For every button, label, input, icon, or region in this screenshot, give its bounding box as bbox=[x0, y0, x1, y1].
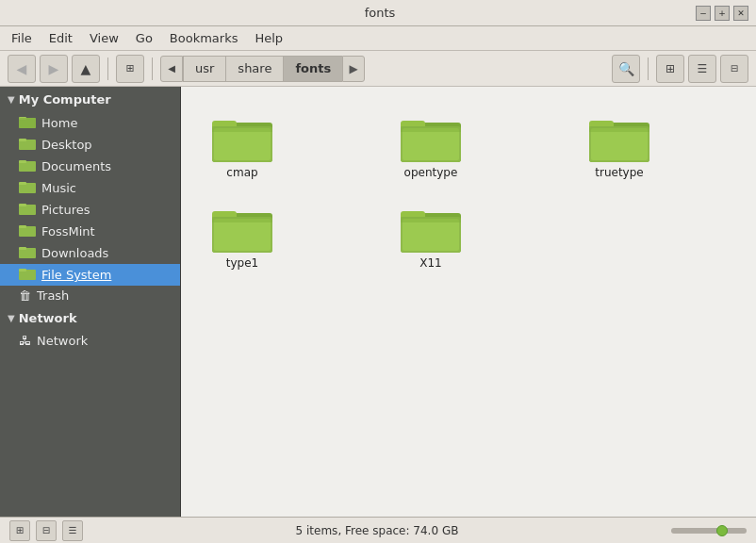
statusbar-btn-3[interactable]: ☰ bbox=[62, 520, 83, 541]
menu-item-edit[interactable]: Edit bbox=[41, 29, 80, 47]
sidebar-label-downloads: Downloads bbox=[41, 246, 108, 260]
icon-view-button[interactable]: ⊞ bbox=[656, 55, 684, 83]
breadcrumb-next-icon: ▶ bbox=[350, 62, 358, 75]
folder-truetype[interactable]: truetype bbox=[577, 106, 662, 187]
statusbar: ⊞ ⊟ ☰ 5 items, Free space: 74.0 GB bbox=[0, 517, 756, 543]
menu-item-go[interactable]: Go bbox=[128, 29, 160, 47]
svg-rect-25 bbox=[403, 128, 459, 160]
forward-button[interactable]: ▶ bbox=[40, 55, 68, 83]
breadcrumb-prev-icon: ◀ bbox=[168, 63, 175, 74]
statusbar-btn-2[interactable]: ⊟ bbox=[36, 520, 57, 541]
statusbar-icon-2: ⊟ bbox=[42, 525, 50, 535]
network-arrow: ▼ bbox=[8, 313, 15, 323]
network-header[interactable]: ▼ Network bbox=[0, 305, 180, 331]
folder-x11-label: X11 bbox=[419, 256, 442, 270]
sidebar-label-music: Music bbox=[41, 181, 76, 195]
folder-row-2: type1 X11 bbox=[200, 196, 737, 277]
menu-item-bookmarks[interactable]: Bookmarks bbox=[162, 29, 246, 47]
compact-icon: ⊟ bbox=[731, 63, 738, 74]
back-button[interactable]: ◀ bbox=[8, 55, 36, 83]
sidebar-item-documents[interactable]: Documents bbox=[0, 156, 180, 177]
maximize-button[interactable]: + bbox=[715, 6, 730, 21]
zoom-slider-area bbox=[671, 528, 747, 534]
menubar: FileEditViewGoBookmarksHelp bbox=[0, 26, 756, 51]
breadcrumb-share[interactable]: share bbox=[225, 56, 283, 82]
svg-rect-41 bbox=[401, 217, 461, 222]
location-icon: ⊞ bbox=[125, 62, 134, 74]
svg-rect-21 bbox=[212, 126, 272, 132]
folder-opentype-icon bbox=[401, 113, 461, 162]
sidebar-item-music[interactable]: Music bbox=[0, 177, 180, 199]
menu-item-file[interactable]: File bbox=[4, 29, 40, 47]
breadcrumb-fonts[interactable]: fonts bbox=[283, 56, 342, 82]
sidebar-item-fossmint[interactable]: FossMint bbox=[0, 221, 180, 242]
content-area: cmap opentype truetype bbox=[181, 87, 756, 517]
statusbar-text: 5 items, Free space: 74.0 GB bbox=[83, 524, 671, 537]
up-button[interactable]: ▲ bbox=[72, 55, 100, 83]
compact-view-button[interactable]: ⊟ bbox=[720, 55, 748, 83]
folder-opentype[interactable]: opentype bbox=[388, 106, 473, 187]
sidebar-item-desktop[interactable]: Desktop bbox=[0, 134, 180, 156]
my-computer-header[interactable]: ▼ My Computer bbox=[0, 87, 180, 112]
zoom-slider[interactable] bbox=[671, 528, 747, 534]
svg-rect-4 bbox=[19, 139, 26, 141]
breadcrumb-prev-button[interactable]: ◀ bbox=[160, 56, 183, 82]
statusbar-btn-1[interactable]: ⊞ bbox=[9, 520, 30, 541]
list-icon: ☰ bbox=[698, 62, 708, 75]
up-icon: ▲ bbox=[81, 61, 91, 76]
svg-rect-16 bbox=[19, 269, 26, 272]
svg-rect-26 bbox=[401, 126, 461, 132]
folder-x11[interactable]: X11 bbox=[388, 196, 473, 277]
folder-icon bbox=[19, 158, 36, 174]
sidebar-item-pictures[interactable]: Pictures bbox=[0, 199, 180, 221]
sidebar-item-filesystem[interactable]: File System bbox=[0, 264, 180, 286]
folder-type1[interactable]: type1 bbox=[200, 196, 285, 277]
search-button[interactable]: 🔍 bbox=[612, 55, 640, 83]
svg-rect-30 bbox=[591, 128, 648, 160]
trash-icon: 🗑 bbox=[19, 288, 31, 303]
svg-rect-12 bbox=[19, 225, 26, 228]
statusbar-icon-3: ☰ bbox=[69, 525, 77, 535]
location-toggle-button[interactable]: ⊞ bbox=[116, 55, 144, 83]
folder-type1-label: type1 bbox=[226, 256, 258, 270]
sidebar-label-documents: Documents bbox=[41, 159, 111, 173]
sidebar-label-fossmint: FossMint bbox=[41, 224, 95, 239]
sidebar-item-network[interactable]: 🖧 Network bbox=[0, 331, 180, 351]
list-view-button[interactable]: ☰ bbox=[688, 55, 716, 83]
folder-x11-icon bbox=[401, 204, 461, 253]
svg-rect-2 bbox=[19, 118, 36, 128]
minimize-button[interactable]: − bbox=[696, 6, 711, 21]
folder-icon bbox=[19, 115, 36, 131]
svg-rect-20 bbox=[214, 128, 271, 160]
close-button[interactable]: ✕ bbox=[733, 6, 748, 21]
svg-rect-35 bbox=[214, 219, 271, 251]
svg-rect-31 bbox=[589, 126, 649, 132]
breadcrumb-usr[interactable]: usr bbox=[183, 56, 225, 82]
svg-rect-10 bbox=[19, 204, 26, 206]
sidebar-item-home[interactable]: Home bbox=[0, 112, 180, 134]
window-title: fonts bbox=[64, 6, 696, 20]
statusbar-left: ⊞ ⊟ ☰ bbox=[9, 520, 83, 541]
breadcrumb-area: ◀ usr share fonts ▶ bbox=[160, 56, 600, 82]
folder-cmap[interactable]: cmap bbox=[200, 106, 285, 187]
folder-opentype-label: opentype bbox=[404, 166, 458, 179]
svg-rect-14 bbox=[19, 247, 26, 250]
folder-cmap-icon bbox=[212, 113, 272, 162]
sidebar: ▼ My Computer Home Desktop bbox=[0, 87, 181, 517]
toolbar: ◀ ▶ ▲ ⊞ ◀ usr share fonts ▶ 🔍 ⊞ ☰ ⊟ bbox=[0, 51, 756, 87]
statusbar-icon-1: ⊞ bbox=[16, 525, 24, 535]
sidebar-item-downloads[interactable]: Downloads bbox=[0, 242, 180, 264]
main-area: ▼ My Computer Home Desktop bbox=[0, 87, 756, 517]
breadcrumb-next-button[interactable]: ▶ bbox=[342, 56, 365, 82]
my-computer-label: My Computer bbox=[19, 92, 111, 107]
menu-item-help[interactable]: Help bbox=[247, 29, 290, 47]
sidebar-label-network: Network bbox=[37, 334, 88, 348]
menu-item-view[interactable]: View bbox=[82, 29, 126, 47]
toolbar-right: 🔍 ⊞ ☰ ⊟ bbox=[612, 55, 748, 83]
network-label: Network bbox=[19, 311, 77, 325]
titlebar: fonts − + ✕ bbox=[0, 0, 756, 26]
sidebar-item-trash[interactable]: 🗑 Trash bbox=[0, 286, 180, 305]
folder-icon bbox=[19, 223, 36, 239]
zoom-thumb[interactable] bbox=[716, 525, 728, 536]
toolbar-separator bbox=[107, 58, 108, 80]
